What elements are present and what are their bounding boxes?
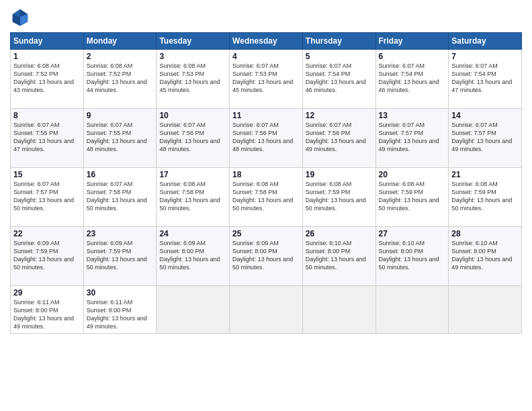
calendar-week-row: 15 Sunrise: 6:07 AMSunset: 7:57 PMDaylig… (11, 168, 522, 227)
calendar-cell: 22 Sunrise: 6:09 AMSunset: 7:59 PMDaylig… (11, 227, 84, 286)
day-number: 5 (306, 52, 373, 61)
day-number: 7 (451, 52, 519, 61)
day-number: 25 (232, 229, 300, 238)
calendar-cell (230, 286, 303, 334)
weekday-header: Saturday (449, 33, 522, 50)
cell-info: Sunrise: 6:08 AMSunset: 7:59 PMDaylight:… (451, 181, 512, 212)
cell-info: Sunrise: 6:11 AMSunset: 8:00 PMDaylight:… (13, 299, 74, 330)
day-number: 2 (87, 52, 154, 61)
calendar-cell: 15 Sunrise: 6:07 AMSunset: 7:57 PMDaylig… (11, 168, 84, 227)
calendar-cell (302, 286, 375, 334)
cell-info: Sunrise: 6:07 AMSunset: 7:54 PMDaylight:… (451, 62, 512, 93)
calendar-cell: 4 Sunrise: 6:07 AMSunset: 7:53 PMDayligh… (230, 50, 303, 109)
day-number: 10 (159, 111, 226, 120)
cell-info: Sunrise: 6:08 AMSunset: 7:59 PMDaylight:… (379, 181, 439, 212)
day-number: 9 (87, 111, 154, 120)
calendar-cell: 14 Sunrise: 6:07 AMSunset: 7:57 PMDaylig… (449, 109, 522, 168)
calendar-cell (157, 286, 230, 334)
day-number: 14 (451, 111, 519, 120)
cell-info: Sunrise: 6:08 AMSunset: 7:58 PMDaylight:… (232, 181, 293, 212)
day-number: 30 (87, 288, 154, 298)
day-number: 27 (379, 229, 446, 238)
cell-info: Sunrise: 6:09 AMSunset: 7:59 PMDaylight:… (13, 240, 74, 271)
day-number: 15 (13, 170, 81, 179)
cell-info: Sunrise: 6:10 AMSunset: 8:00 PMDaylight:… (379, 240, 439, 271)
day-number: 19 (306, 170, 373, 179)
calendar-cell: 18 Sunrise: 6:08 AMSunset: 7:58 PMDaylig… (230, 168, 303, 227)
cell-info: Sunrise: 6:08 AMSunset: 7:53 PMDaylight:… (159, 62, 220, 93)
calendar-cell: 27 Sunrise: 6:10 AMSunset: 8:00 PMDaylig… (375, 227, 449, 286)
weekday-header: Sunday (11, 33, 84, 50)
cell-info: Sunrise: 6:08 AMSunset: 7:52 PMDaylight:… (13, 62, 74, 93)
calendar-week-row: 29 Sunrise: 6:11 AMSunset: 8:00 PMDaylig… (11, 286, 522, 334)
day-number: 24 (159, 229, 226, 238)
cell-info: Sunrise: 6:07 AMSunset: 7:55 PMDaylight:… (87, 122, 147, 152)
cell-info: Sunrise: 6:07 AMSunset: 7:56 PMDaylight:… (232, 122, 293, 152)
cell-info: Sunrise: 6:08 AMSunset: 7:52 PMDaylight:… (87, 62, 147, 93)
cell-info: Sunrise: 6:10 AMSunset: 8:00 PMDaylight:… (451, 240, 512, 271)
cell-info: Sunrise: 6:07 AMSunset: 7:53 PMDaylight:… (232, 62, 293, 93)
cell-info: Sunrise: 6:07 AMSunset: 7:57 PMDaylight:… (13, 181, 74, 212)
calendar-week-row: 1 Sunrise: 6:08 AMSunset: 7:52 PMDayligh… (11, 50, 522, 109)
day-number: 17 (159, 170, 226, 179)
calendar-cell (375, 286, 449, 334)
cell-info: Sunrise: 6:09 AMSunset: 7:59 PMDaylight:… (87, 240, 147, 271)
cell-info: Sunrise: 6:07 AMSunset: 7:55 PMDaylight:… (13, 122, 74, 152)
calendar-cell: 9 Sunrise: 6:07 AMSunset: 7:55 PMDayligh… (83, 109, 157, 168)
calendar-cell: 3 Sunrise: 6:08 AMSunset: 7:53 PMDayligh… (157, 50, 230, 109)
cell-info: Sunrise: 6:07 AMSunset: 7:56 PMDaylight:… (159, 122, 220, 152)
day-number: 26 (306, 229, 373, 238)
calendar-header-row: SundayMondayTuesdayWednesdayThursdayFrid… (11, 33, 522, 50)
day-number: 4 (232, 52, 300, 61)
day-number: 12 (306, 111, 373, 120)
calendar-cell: 7 Sunrise: 6:07 AMSunset: 7:54 PMDayligh… (449, 50, 522, 109)
cell-info: Sunrise: 6:11 AMSunset: 8:00 PMDaylight:… (87, 299, 147, 330)
weekday-header: Tuesday (157, 33, 230, 50)
calendar-cell: 2 Sunrise: 6:08 AMSunset: 7:52 PMDayligh… (83, 50, 157, 109)
cell-info: Sunrise: 6:07 AMSunset: 7:57 PMDaylight:… (451, 122, 512, 152)
calendar-cell: 24 Sunrise: 6:09 AMSunset: 8:00 PMDaylig… (157, 227, 230, 286)
day-number: 16 (87, 170, 154, 179)
day-number: 21 (451, 170, 519, 179)
day-number: 29 (13, 288, 81, 298)
calendar-cell: 30 Sunrise: 6:11 AMSunset: 8:00 PMDaylig… (83, 286, 157, 334)
calendar-cell: 1 Sunrise: 6:08 AMSunset: 7:52 PMDayligh… (11, 50, 84, 109)
day-number: 22 (13, 229, 81, 238)
cell-info: Sunrise: 6:07 AMSunset: 7:54 PMDaylight:… (379, 62, 439, 93)
calendar-cell: 12 Sunrise: 6:07 AMSunset: 7:56 PMDaylig… (302, 109, 375, 168)
weekday-header: Wednesday (230, 33, 303, 50)
calendar-cell: 17 Sunrise: 6:08 AMSunset: 7:58 PMDaylig… (157, 168, 230, 227)
calendar-cell: 19 Sunrise: 6:08 AMSunset: 7:59 PMDaylig… (302, 168, 375, 227)
cell-info: Sunrise: 6:10 AMSunset: 8:00 PMDaylight:… (306, 240, 366, 271)
calendar-cell: 25 Sunrise: 6:09 AMSunset: 8:00 PMDaylig… (230, 227, 303, 286)
logo-icon (10, 7, 30, 27)
cell-info: Sunrise: 6:09 AMSunset: 8:00 PMDaylight:… (232, 240, 293, 271)
header (10, 7, 522, 27)
cell-info: Sunrise: 6:07 AMSunset: 7:56 PMDaylight:… (306, 122, 366, 152)
calendar-cell: 21 Sunrise: 6:08 AMSunset: 7:59 PMDaylig… (449, 168, 522, 227)
calendar-cell: 6 Sunrise: 6:07 AMSunset: 7:54 PMDayligh… (375, 50, 449, 109)
calendar-cell: 8 Sunrise: 6:07 AMSunset: 7:55 PMDayligh… (11, 109, 84, 168)
calendar-table: SundayMondayTuesdayWednesdayThursdayFrid… (10, 32, 522, 334)
day-number: 3 (159, 52, 226, 61)
day-number: 8 (13, 111, 81, 120)
logo (10, 7, 33, 27)
calendar-cell: 16 Sunrise: 6:07 AMSunset: 7:58 PMDaylig… (83, 168, 157, 227)
day-number: 18 (232, 170, 300, 179)
calendar-cell: 5 Sunrise: 6:07 AMSunset: 7:54 PMDayligh… (302, 50, 375, 109)
page: SundayMondayTuesdayWednesdayThursdayFrid… (0, 0, 532, 411)
day-number: 20 (379, 170, 446, 179)
calendar-week-row: 8 Sunrise: 6:07 AMSunset: 7:55 PMDayligh… (11, 109, 522, 168)
calendar-cell: 28 Sunrise: 6:10 AMSunset: 8:00 PMDaylig… (449, 227, 522, 286)
cell-info: Sunrise: 6:09 AMSunset: 8:00 PMDaylight:… (159, 240, 220, 271)
day-number: 28 (451, 229, 519, 238)
cell-info: Sunrise: 6:08 AMSunset: 7:59 PMDaylight:… (306, 181, 366, 212)
cell-info: Sunrise: 6:07 AMSunset: 7:58 PMDaylight:… (87, 181, 147, 212)
calendar-cell: 11 Sunrise: 6:07 AMSunset: 7:56 PMDaylig… (230, 109, 303, 168)
day-number: 1 (13, 52, 81, 61)
weekday-header: Friday (375, 33, 449, 50)
calendar-cell: 23 Sunrise: 6:09 AMSunset: 7:59 PMDaylig… (83, 227, 157, 286)
calendar-cell: 10 Sunrise: 6:07 AMSunset: 7:56 PMDaylig… (157, 109, 230, 168)
cell-info: Sunrise: 6:07 AMSunset: 7:57 PMDaylight:… (379, 122, 439, 152)
calendar-cell: 29 Sunrise: 6:11 AMSunset: 8:00 PMDaylig… (11, 286, 84, 334)
